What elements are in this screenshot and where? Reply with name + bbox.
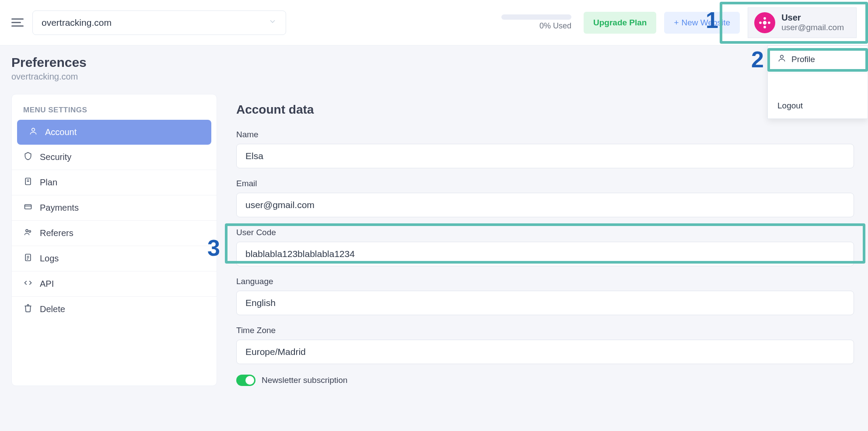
page-title: Preferences	[11, 55, 857, 70]
dropdown-profile[interactable]: Profile	[768, 46, 868, 73]
field-language: Language	[234, 277, 857, 315]
shield-icon	[23, 152, 33, 163]
language-input[interactable]	[236, 291, 854, 315]
usage-text: 0% Used	[539, 21, 571, 31]
svg-point-1	[759, 21, 762, 24]
dropdown-logout[interactable]: Logout	[768, 93, 868, 118]
field-name: Name	[234, 130, 857, 168]
code-icon	[23, 278, 33, 289]
page-header: Preferences overtracking.com	[0, 45, 868, 94]
svg-point-6	[32, 128, 35, 131]
sidebar-item-security[interactable]: Security	[12, 145, 217, 170]
usage-indicator: 0% Used	[501, 14, 571, 31]
user-icon	[777, 54, 785, 65]
user-dropdown: Profile Logout	[767, 45, 868, 119]
sidebar-item-plan[interactable]: Plan	[12, 170, 217, 195]
field-email: Email	[234, 179, 857, 217]
usage-bar	[501, 14, 571, 20]
sidebar-item-label: Payments	[40, 203, 79, 213]
sidebar-item-label: Delete	[40, 304, 65, 314]
email-label: Email	[236, 179, 854, 188]
language-label: Language	[236, 277, 854, 286]
svg-point-0	[763, 21, 767, 24]
user-meta: User user@gmail.com	[781, 13, 844, 32]
timezone-label: Time Zone	[236, 326, 854, 335]
svg-point-5	[780, 55, 784, 58]
plus-icon: +	[674, 18, 679, 28]
new-website-button[interactable]: + New Website	[664, 12, 740, 34]
sidebar-item-api[interactable]: API	[12, 271, 217, 297]
svg-point-4	[763, 26, 766, 28]
user-email: user@gmail.com	[781, 23, 844, 32]
credit-card-icon	[23, 202, 33, 213]
email-input[interactable]	[236, 193, 854, 217]
file-icon	[23, 177, 33, 188]
timezone-input[interactable]	[236, 340, 854, 364]
topbar: overtracking.com 0% Used Upgrade Plan + …	[0, 0, 868, 45]
site-selector-value: overtracking.com	[42, 17, 112, 28]
sidebar-item-label: Account	[45, 127, 77, 137]
sidebar-item-label: API	[40, 279, 54, 289]
sidebar-item-delete[interactable]: Delete	[12, 297, 217, 322]
svg-point-12	[26, 229, 28, 232]
chevron-down-icon	[268, 17, 277, 28]
users-icon	[23, 228, 33, 239]
avatar	[754, 12, 775, 33]
usercode-input[interactable]	[236, 242, 854, 266]
sidebar-header: MENU SETTINGS	[12, 106, 217, 120]
svg-point-13	[29, 230, 31, 232]
form-heading: Account data	[236, 103, 857, 117]
svg-rect-10	[25, 205, 32, 209]
field-usercode: User Code	[234, 228, 857, 266]
content: MENU SETTINGS Account Security Plan Paym…	[0, 94, 868, 386]
newsletter-label: Newsletter subscription	[262, 375, 347, 385]
sidebar-item-label: Security	[40, 152, 71, 162]
sidebar-item-label: Referers	[40, 228, 74, 238]
sidebar-item-logs[interactable]: Logs	[12, 246, 217, 271]
page-subtitle: overtracking.com	[11, 72, 857, 82]
sidebar-item-label: Logs	[40, 254, 59, 264]
field-timezone: Time Zone	[234, 326, 857, 364]
name-label: Name	[236, 130, 854, 139]
account-form: Account data Name Email User Code Langua…	[234, 94, 857, 386]
sidebar-item-label: Plan	[40, 177, 57, 188]
settings-sidebar: MENU SETTINGS Account Security Plan Paym…	[11, 94, 217, 386]
newsletter-row: Newsletter subscription	[234, 375, 857, 386]
dropdown-profile-label: Profile	[791, 55, 815, 64]
user-icon	[28, 127, 38, 138]
dropdown-logout-label: Logout	[777, 101, 803, 111]
site-selector[interactable]: overtracking.com	[32, 10, 286, 35]
newsletter-toggle[interactable]	[236, 375, 256, 386]
trash-icon	[23, 304, 33, 315]
sidebar-item-referers[interactable]: Referers	[12, 221, 217, 246]
svg-point-3	[763, 17, 766, 20]
hamburger-menu-icon[interactable]	[11, 16, 24, 29]
usercode-label: User Code	[236, 228, 854, 237]
svg-point-2	[768, 21, 770, 24]
sidebar-item-account[interactable]: Account	[17, 120, 211, 145]
name-input[interactable]	[236, 144, 854, 168]
new-website-label: New Website	[682, 18, 731, 28]
user-menu-trigger[interactable]: User user@gmail.com	[748, 7, 857, 38]
sidebar-item-payments[interactable]: Payments	[12, 195, 217, 221]
user-name: User	[781, 13, 844, 23]
dropdown-gap	[768, 73, 868, 93]
document-icon	[23, 253, 33, 264]
upgrade-plan-button[interactable]: Upgrade Plan	[584, 12, 656, 34]
